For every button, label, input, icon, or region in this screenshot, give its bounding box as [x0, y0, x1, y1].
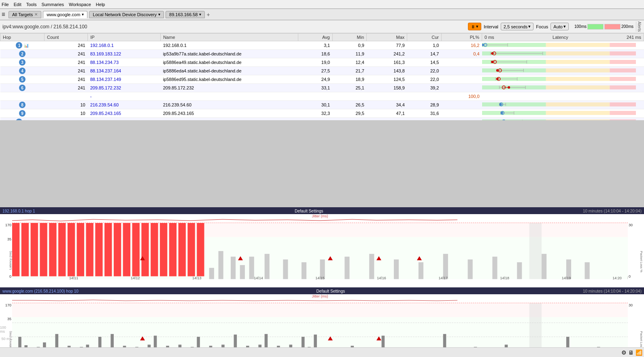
hop-cur-3: 14,5 — [407, 58, 442, 67]
menu-edit[interactable]: Edit — [14, 2, 21, 7]
svg-rect-101 — [179, 223, 186, 276]
menu-summaries[interactable]: Summaries — [41, 2, 64, 7]
tab-ip[interactable]: 89.163.166.58 ▾ — [166, 11, 205, 18]
tab-google-chevron[interactable]: ▾ — [82, 12, 84, 17]
hop-name-3: ip5886ea49.static.kabel-deutschland.de — [161, 58, 298, 67]
hop-ip-3[interactable]: 88.134.234.73 — [88, 58, 161, 67]
y1-bot: 0 — [9, 274, 11, 278]
status-icon-3[interactable]: 📶 — [635, 349, 642, 356]
tab-google[interactable]: www.google.com ▾ — [43, 11, 87, 18]
hop-pl-6 — [441, 84, 482, 92]
svg-text:14:17: 14:17 — [438, 276, 448, 279]
chart2-jitter-svg — [12, 298, 628, 303]
hop-max-4: 143,8 — [367, 67, 407, 75]
legend-200ms-label: 200ms — [621, 24, 633, 29]
svg-rect-100 — [169, 223, 176, 276]
hop-count-3: 241 — [44, 58, 87, 67]
svg-rect-97 — [141, 223, 149, 276]
svg-rect-119 — [492, 257, 497, 279]
menu-workspace[interactable]: Workspace — [69, 2, 91, 7]
col-latency: 0 ms Latency 241 ms — [482, 34, 644, 41]
alerts-label: Alerts — [636, 21, 642, 32]
hop-name-6: 209.85.172.232 — [161, 84, 298, 92]
hop-min-9: 29,5 — [332, 109, 367, 118]
hop-max-8: 34,4 — [367, 101, 407, 109]
chart1-svg: 14:11 14:12 14:13 14:14 14:15 14:16 14:1… — [12, 223, 628, 279]
svg-rect-56 — [610, 102, 636, 106]
svg-rect-95 — [123, 223, 130, 276]
legend-green-bar — [587, 24, 604, 30]
chart2-title-right: 10 minutes (14:10:04 - 14:20:04) — [583, 289, 642, 293]
hop-cur-9: 31,6 — [407, 109, 442, 118]
tab-discovery-chevron[interactable]: ▾ — [158, 12, 160, 17]
svg-text:14:14: 14:14 — [254, 276, 263, 279]
chart1-yaxis: 170 35 0 Latency (ms) — [0, 223, 12, 279]
hop-badge-5: 5 — [19, 76, 26, 83]
chart1-panel: 192.168.0.1 hop 1 Default Settings 10 mi… — [0, 207, 644, 287]
table-row: 7 - 100,0 — [0, 92, 644, 101]
svg-rect-109 — [265, 254, 270, 279]
tab-all-targets-close[interactable]: ✕ — [34, 12, 38, 17]
svg-rect-88 — [58, 223, 66, 276]
hop-ip-7[interactable]: - — [88, 92, 161, 101]
svg-rect-91 — [86, 223, 94, 276]
svg-rect-106 — [231, 257, 236, 279]
hop-badge-1: 1 — [16, 42, 22, 49]
svg-rect-54 — [482, 102, 546, 106]
interval-label: Interval — [484, 24, 498, 29]
hop-ip-8[interactable]: 216.239.54.60 — [88, 101, 161, 109]
menu-file[interactable]: File — [2, 2, 9, 7]
hop-latency-1 — [482, 41, 644, 50]
menu-tools[interactable]: Tools — [26, 2, 37, 7]
svg-text:14:12: 14:12 — [131, 276, 140, 279]
sidebar-toggle[interactable]: ☰ — [2, 12, 5, 17]
focus-dropdown[interactable]: Auto ▾ — [550, 23, 569, 30]
hop-latency-8 — [482, 101, 644, 109]
hop-number-3: 3 — [0, 58, 45, 67]
hop-min-8: 26,5 — [332, 101, 367, 109]
chart2-panel: www.google.com (216.58.214.100) hop 10 D… — [0, 287, 644, 357]
svg-text:14:11: 14:11 — [69, 276, 79, 279]
tab-all-targets[interactable]: All Targets ✕ — [9, 11, 41, 18]
svg-rect-115 — [394, 259, 399, 279]
hop-ip-1[interactable]: 192.168.0.1 — [88, 41, 161, 50]
col-ip: IP — [88, 34, 161, 41]
chart2-title-left: www.google.com (216.58.214.100) hop 10 — [2, 289, 79, 293]
svg-rect-121 — [542, 254, 546, 279]
tab-ip-chevron[interactable]: ▾ — [199, 12, 201, 17]
hop-min-6: 25,1 — [332, 84, 367, 92]
hop-number-4: 4 — [0, 67, 45, 75]
tab-discovery-label: Local Network Device Discovery — [93, 12, 157, 17]
interval-dropdown[interactable]: 2,5 seconds ▾ — [501, 23, 533, 30]
status-icon-2[interactable]: 🖥 — [628, 349, 634, 356]
hop-ip-9[interactable]: 209.85.243.165 — [88, 109, 161, 118]
tab-add-button[interactable]: + — [206, 11, 210, 18]
hop-max-5: 124,5 — [367, 75, 407, 84]
hop-ip-4[interactable]: 88.134.237.164 — [88, 67, 161, 75]
hop-min-5: 18,9 — [332, 75, 367, 84]
menu-help[interactable]: Help — [96, 2, 105, 7]
hop-badge-7: 7 — [19, 93, 26, 100]
chart1-header: 192.168.0.1 hop 1 Default Settings 10 mi… — [0, 208, 644, 214]
hop-ip-2[interactable]: 83.169.183.122 — [88, 50, 161, 58]
pause-icon: ⏸ — [471, 24, 475, 29]
table-row: 5 241 88.134.237.149 ip5886ed95.static.k… — [0, 75, 644, 84]
tab-all-targets-label: All Targets — [12, 12, 33, 17]
svg-rect-123 — [585, 262, 590, 279]
hop-chart-icon[interactable]: 📊 — [24, 43, 29, 48]
svg-rect-55 — [546, 102, 610, 106]
hop-badge-9: 9 — [19, 110, 26, 117]
hop-ip-5[interactable]: 88.134.237.149 — [88, 75, 161, 84]
table-header-row: Hop Count IP Name Avg Min Max Cur PL% 0 … — [0, 34, 644, 41]
latency-241ms: 241 ms — [627, 35, 641, 40]
hop-ip-6[interactable]: 209.85.172.232 — [88, 84, 161, 92]
tab-discovery[interactable]: Local Network Device Discovery ▾ — [89, 11, 164, 18]
latency-svg-2 — [482, 58, 636, 66]
latency-svg-1 — [482, 50, 636, 57]
status-icon-1[interactable]: ⚙ — [621, 349, 627, 356]
col-hop: Hop — [0, 34, 45, 41]
y1-top: 170 — [5, 223, 11, 227]
pause-button[interactable]: ⏸ ▾ — [468, 23, 481, 30]
hop-max-7 — [367, 92, 407, 101]
hop-min-2: 11,9 — [332, 50, 367, 58]
